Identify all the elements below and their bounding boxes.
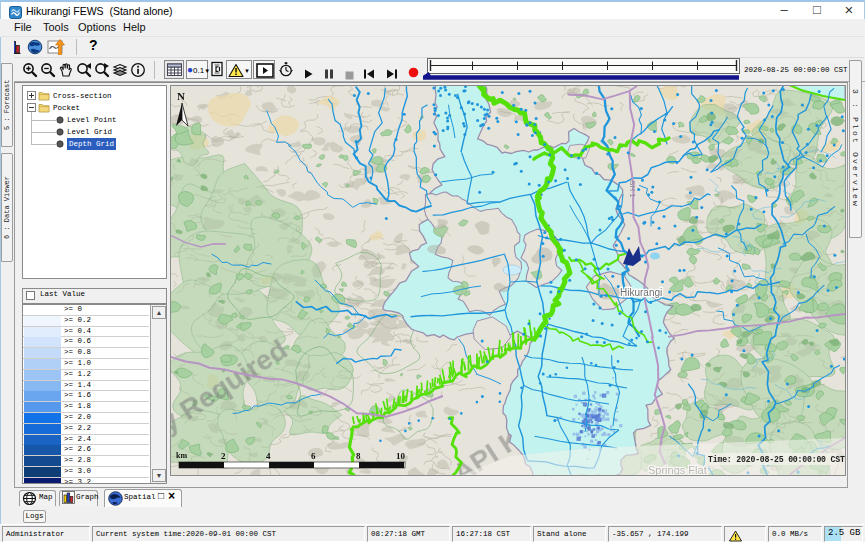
- svg-text:Hikurangi: Hikurangi: [620, 287, 662, 298]
- svg-text:4: 4: [266, 451, 271, 461]
- svg-text:SH 1: SH 1: [628, 180, 637, 198]
- svg-text:Time: 2020-08-25 00:00:00 CST: Time: 2020-08-25 00:00:00 CST: [708, 455, 845, 464]
- svg-text:2: 2: [221, 451, 226, 461]
- svg-text:km: km: [176, 451, 187, 460]
- svg-text:8: 8: [356, 451, 361, 461]
- svg-text:N: N: [177, 90, 185, 102]
- svg-text:6: 6: [311, 451, 316, 461]
- svg-text:10: 10: [396, 451, 406, 461]
